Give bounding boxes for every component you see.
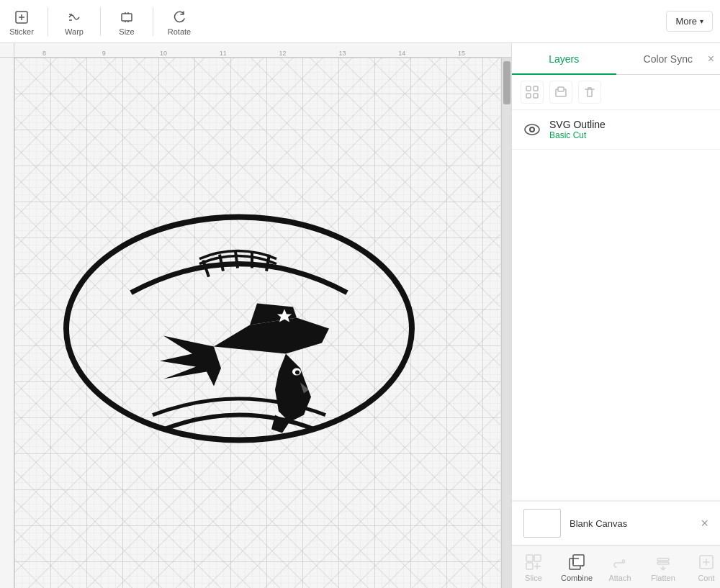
svg-rect-21 — [534, 555, 541, 561]
slice-icon — [523, 552, 544, 572]
ruler-tick-15: 15 — [458, 50, 465, 57]
delete-layer-button[interactable] — [578, 81, 601, 104]
svg-rect-20 — [526, 555, 533, 561]
ruler-tick-10: 10 — [160, 50, 167, 57]
panel-bottom-toolbar: Slice Combine — [512, 545, 720, 588]
flatten-button[interactable]: Flatten — [642, 552, 685, 582]
separator-1 — [48, 7, 48, 36]
football-image[interactable] — [52, 191, 426, 465]
blank-canvas-thumbnail — [523, 509, 561, 538]
slice-label: Slice — [525, 574, 542, 582]
size-icon — [117, 7, 137, 27]
panel-bottom: Blank Canvas × — [512, 500, 720, 545]
svg-rect-12 — [534, 86, 538, 91]
slice-button[interactable]: Slice — [512, 552, 555, 582]
size-tool[interactable]: Size — [112, 7, 141, 36]
panel-close-button[interactable]: × — [708, 53, 714, 65]
ruler-corner — [0, 43, 14, 58]
layer-info: SVG Outline Basic Cut — [549, 119, 708, 140]
flatten-label: Flatten — [651, 574, 675, 582]
separator-2 — [100, 7, 101, 36]
layer-item-svg-outline[interactable]: SVG Outline Basic Cut — [512, 110, 720, 150]
svg-rect-11 — [526, 86, 531, 91]
layer-visibility-icon[interactable] — [523, 121, 541, 138]
main-area: 8 9 10 11 12 13 14 15 — [0, 43, 720, 588]
right-panel: Layers Color Sync × — [511, 43, 720, 588]
scrollbar-thumb[interactable] — [503, 61, 510, 104]
ruler-tick-11: 11 — [220, 50, 227, 57]
blank-canvas-item[interactable]: Blank Canvas × — [512, 501, 720, 545]
panel-actions — [512, 75, 720, 110]
ruler-tick-9: 9 — [102, 50, 106, 57]
scrollbar-vertical[interactable] — [501, 58, 511, 588]
ungroup-button[interactable] — [549, 81, 572, 104]
attach-icon — [610, 552, 630, 572]
top-toolbar: Sticker Warp Size Rotate — [0, 0, 720, 43]
tab-layers[interactable]: Layers — [512, 43, 616, 74]
layers-list: SVG Outline Basic Cut — [512, 110, 720, 500]
warp-tool[interactable]: Warp — [60, 7, 89, 36]
svg-rect-29 — [657, 562, 669, 564]
more-button[interactable]: More ▾ — [666, 11, 713, 32]
ruler-tick-13: 13 — [338, 50, 346, 57]
cont-icon — [696, 552, 716, 572]
group-button[interactable] — [521, 81, 544, 104]
warp-icon — [64, 7, 84, 27]
rotate-tool[interactable]: Rotate — [165, 7, 194, 36]
combine-label: Combine — [561, 574, 593, 582]
ruler-tick-14: 14 — [398, 50, 405, 57]
ruler-tick-8: 8 — [42, 50, 46, 57]
ruler-horizontal: 8 9 10 11 12 13 14 15 — [14, 43, 511, 58]
ruler-tick-12: 12 — [279, 50, 287, 57]
attach-label: Attach — [608, 574, 631, 582]
panel-tabs: Layers Color Sync × — [512, 43, 720, 75]
svg-rect-1 — [122, 14, 132, 21]
rotate-icon — [169, 7, 189, 27]
svg-rect-26 — [573, 555, 584, 566]
ruler-vertical — [0, 43, 14, 588]
sticker-tool[interactable]: Sticker — [7, 7, 36, 36]
blank-canvas-label: Blank Canvas — [570, 518, 627, 529]
flatten-icon — [653, 552, 673, 572]
canvas-grid[interactable] — [14, 58, 500, 588]
svg-point-19 — [531, 128, 534, 131]
svg-point-10 — [295, 370, 300, 374]
sticker-icon — [12, 7, 32, 27]
panel-content: SVG Outline Basic Cut Blank Canvas × — [512, 110, 720, 545]
combine-button[interactable]: Combine — [555, 552, 598, 582]
separator-3 — [153, 7, 153, 36]
svg-rect-22 — [526, 563, 533, 569]
blank-canvas-close-button[interactable]: × — [701, 516, 708, 531]
svg-rect-16 — [558, 87, 564, 91]
svg-rect-14 — [534, 94, 538, 98]
attach-button[interactable]: Attach — [598, 552, 642, 582]
svg-rect-28 — [657, 558, 669, 561]
combine-icon — [567, 552, 587, 572]
svg-rect-13 — [526, 94, 531, 98]
cont-button[interactable]: Cont — [685, 552, 720, 582]
tab-color-sync[interactable]: Color Sync × — [616, 43, 721, 74]
canvas-area[interactable]: 8 9 10 11 12 13 14 15 — [0, 43, 511, 588]
cont-label: Cont — [698, 574, 714, 582]
